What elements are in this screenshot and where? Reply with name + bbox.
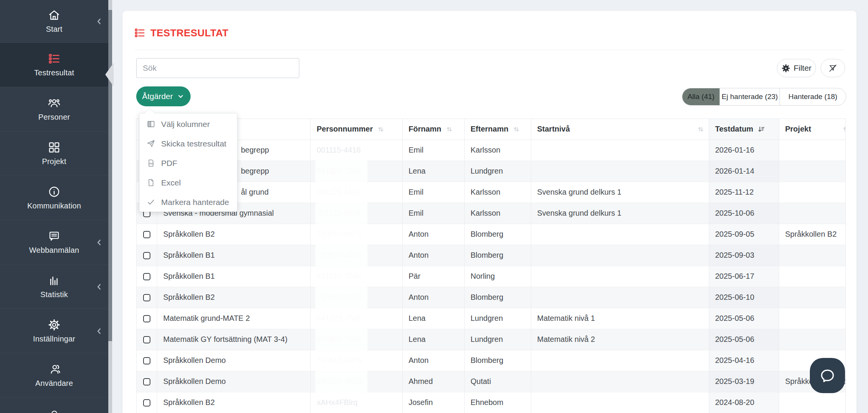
row-checkbox[interactable] xyxy=(143,399,150,406)
menu-item-label: Markera hanterade xyxy=(161,198,229,207)
menu-item-label: PDF xyxy=(161,159,177,168)
row-checkbox[interactable] xyxy=(143,231,150,238)
sidebar-item-label: Inställningar xyxy=(33,335,75,343)
search-input[interactable] xyxy=(136,58,299,78)
actions-button[interactable]: Åtgärder xyxy=(136,86,191,106)
header-startniva[interactable]: Startnivå xyxy=(531,119,709,140)
row-checkbox[interactable] xyxy=(143,294,150,301)
row-checkbox[interactable] xyxy=(143,315,150,322)
header-personnummer[interactable]: Personnummer xyxy=(310,119,402,140)
home-icon xyxy=(48,9,60,21)
row-select-cell xyxy=(137,266,157,287)
sidebar-item-webbanmalan[interactable]: Webbanmälan xyxy=(0,220,108,265)
menu-item-pdf[interactable]: PDF xyxy=(140,153,237,173)
cell-projekt xyxy=(779,203,845,224)
chevron-left-icon[interactable] xyxy=(95,282,104,291)
sidebar-item-testresultat[interactable]: Testresultat xyxy=(0,43,108,87)
menu-item-v-lj-kolumner[interactable]: Välj kolumner xyxy=(140,114,237,134)
sort-icon[interactable] xyxy=(377,125,385,133)
header-projekt[interactable]: Projekt xyxy=(779,119,845,140)
tab-hanterade[interactable]: Hanterade (18) xyxy=(780,88,846,105)
row-checkbox[interactable] xyxy=(143,336,150,343)
cell-startniva xyxy=(531,266,709,287)
sidebar-item-anvandare[interactable]: Användare xyxy=(0,353,108,398)
cell-name: Matematik GY fortsättning (MAT 3-4) xyxy=(157,329,310,350)
cell-testdatum: 2026-01-16 xyxy=(709,140,779,161)
header-fornamn[interactable]: Förnamn xyxy=(402,119,464,140)
menu-item-skicka-testresultat[interactable]: Skicka testresultat xyxy=(140,134,237,153)
sort-desc-icon[interactable] xyxy=(757,125,765,133)
cell-fornamn: Anton xyxy=(402,245,464,266)
chevron-left-icon[interactable] xyxy=(95,238,104,247)
row-select-cell xyxy=(137,308,157,329)
row-checkbox[interactable] xyxy=(143,378,150,385)
table-row: Språkkollen B2760517-0476AntonBlomberg20… xyxy=(137,224,845,245)
cell-testdatum: 2025-10-06 xyxy=(709,203,779,224)
sidebar-scrollbar-thumb[interactable] xyxy=(108,10,112,341)
cell-efternamn: Blomberg xyxy=(464,224,531,245)
menu-item-excel[interactable]: Excel xyxy=(140,173,237,192)
cell-projekt xyxy=(779,329,845,350)
sidebar-item-projekt[interactable]: Projekt xyxy=(0,132,108,176)
cell-testdatum: 2025-11-12 xyxy=(709,182,779,203)
pdf-icon xyxy=(147,159,155,167)
cell-testdatum: 2025-09-05 xyxy=(709,224,779,245)
sort-icon[interactable] xyxy=(842,125,846,133)
cell-startniva xyxy=(531,245,709,266)
table-row: Språkkollen B2760517-0476AntonBlomberg20… xyxy=(137,287,845,308)
row-select-cell xyxy=(137,287,157,308)
cell-fornamn: Josefin xyxy=(402,392,464,413)
cell-name: Språkkollen B2 xyxy=(157,224,310,245)
page-header: TESTRESULTAT xyxy=(134,25,228,41)
cell-fornamn: Pär xyxy=(402,266,464,287)
cell-fornamn: Ahmed xyxy=(402,371,464,392)
tab-alla[interactable]: Alla (41) xyxy=(682,88,720,105)
sort-icon[interactable] xyxy=(512,125,520,133)
sidebar-item-personer[interactable]: Personer xyxy=(0,87,108,132)
cell-fornamn: Anton xyxy=(402,224,464,245)
header-testdatum[interactable]: Testdatum xyxy=(709,119,779,140)
sidebar-item-label: Personer xyxy=(38,113,70,122)
cell-name: Språkkollen Demo xyxy=(157,350,310,371)
chat-icon xyxy=(48,230,60,242)
row-select-cell xyxy=(137,245,157,266)
sidebar-item-partial[interactable] xyxy=(0,398,108,413)
results-table: Personnummer Förnamn Efternamn Startnivå… xyxy=(136,119,846,413)
sidebar-item-statistik[interactable]: Statistik xyxy=(0,265,108,309)
columns-icon xyxy=(147,120,155,128)
sidebar-item-label: Kommunikation xyxy=(27,202,81,210)
filter-button[interactable]: Filter xyxy=(777,59,816,77)
table-row: begrepp641023-7561LenaLundgren2026-01-14 xyxy=(137,161,845,182)
sidebar-item-label: Projekt xyxy=(42,157,67,166)
chevron-left-icon[interactable] xyxy=(95,327,104,336)
cell-name: Språkkollen B1 xyxy=(157,266,310,287)
sidebar: StartTestresultatPersonerProjektKommunik… xyxy=(0,0,108,413)
row-select-cell xyxy=(137,329,157,350)
sort-icon[interactable] xyxy=(697,125,705,133)
header-efternamn[interactable]: Efternamn xyxy=(464,119,531,140)
cell-testdatum: 2025-05-06 xyxy=(709,329,779,350)
table-row: Svenska - modersmål gymnasial001115-4416… xyxy=(137,203,845,224)
cell-testdatum: 2025-09-03 xyxy=(709,245,779,266)
status-filter-tabs: Alla (41) Ej hanterade (23) Hanterade (1… xyxy=(682,88,846,106)
cell-efternamn: Blomberg xyxy=(464,245,531,266)
sidebar-item-kommunikation[interactable]: Kommunikation xyxy=(0,176,108,220)
menu-item-markera-hanterade[interactable]: Markera hanterade xyxy=(140,192,237,212)
chat-widget-button[interactable] xyxy=(810,358,845,393)
cell-name: Språkkollen B2 xyxy=(157,287,310,308)
row-checkbox[interactable] xyxy=(143,357,150,364)
cell-startniva xyxy=(531,392,709,413)
chevron-left-icon[interactable] xyxy=(95,17,104,26)
users-icon xyxy=(48,363,60,376)
sidebar-item-start[interactable]: Start xyxy=(0,0,108,43)
tab-ej-hanterade[interactable]: Ej hanterade (23) xyxy=(720,88,780,105)
sidebar-item-installningar[interactable]: Inställningar xyxy=(0,309,108,353)
row-checkbox[interactable] xyxy=(143,273,150,280)
sort-icon[interactable] xyxy=(445,125,454,133)
row-checkbox[interactable] xyxy=(143,252,150,259)
table-row: Språkkollen Demo760517-0476AntonBlomberg… xyxy=(137,350,845,371)
funnel-slash-icon xyxy=(828,63,837,73)
cell-fornamn: Lena xyxy=(402,329,464,350)
clear-filter-button[interactable] xyxy=(821,59,845,77)
cell-startniva xyxy=(531,140,709,161)
